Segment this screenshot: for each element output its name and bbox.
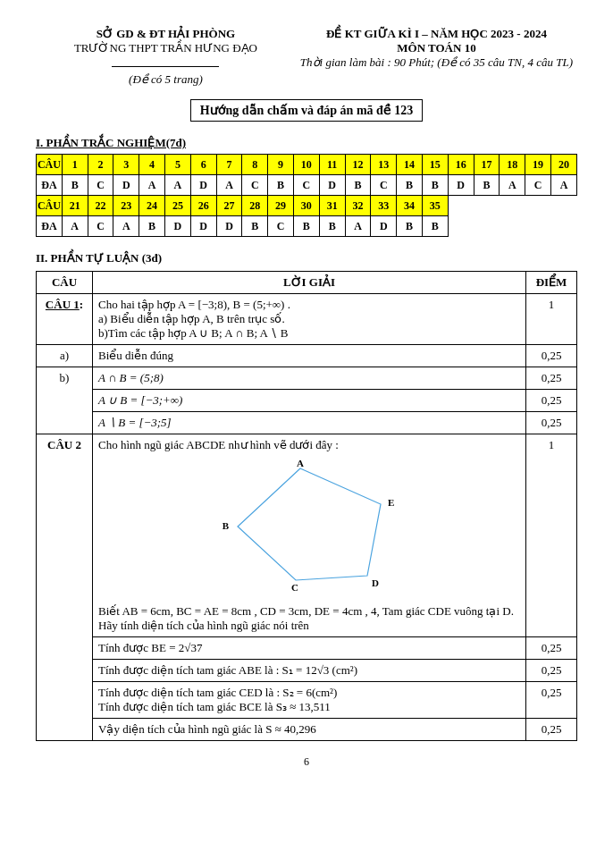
q2-label: CÂU 2 <box>37 434 93 741</box>
mcq-table: CÂU 1 2 3 4 5 6 7 8 9 10 11 12 13 14 15 … <box>36 154 577 237</box>
q1-label: CÂU 1 <box>46 298 80 311</box>
q1-row-b2: A ∪ B = [−3;+∞) 0,25 <box>37 390 577 412</box>
department: SỞ GD & ĐT HẢI PHÒNG <box>36 27 296 41</box>
mcq-header-row-2: CÂU 21 22 23 24 25 26 27 28 29 30 31 32 … <box>37 196 577 216</box>
svg-text:B: B <box>223 520 230 531</box>
mcq-answer-row-2: ĐA A C A B D D D B C B B A D B B <box>37 216 577 237</box>
q1-row-b3: A ∖ B = [−3;5] 0,25 <box>37 412 577 434</box>
page-number: 6 <box>36 755 577 769</box>
main-title-box: Hướng dẫn chấm và đáp án mã đề 123 <box>36 99 577 122</box>
svg-text:C: C <box>291 582 298 593</box>
pentagon-figure: A E D C B <box>98 452 520 604</box>
exam-title: ĐỀ KT GIỮA KÌ I – NĂM HỌC 2023 - 2024 <box>296 27 577 41</box>
subject: MÔN TOÁN 10 <box>296 41 577 55</box>
q2-row-3: Tính được diện tích tam giác CED là : S₂… <box>37 682 577 719</box>
svg-text:A: A <box>297 459 304 468</box>
school: TRƯỜNG THPT TRẦN HƯNG ĐẠO <box>36 41 296 55</box>
mcq-answer-row-1: ĐA B C D A A D A C B C D B C B B D B A C… <box>37 175 577 196</box>
header-left: SỞ GD & ĐT HẢI PHÒNG TRƯỜNG THPT TRẦN HƯ… <box>36 27 296 87</box>
mcq-header-row-1: CÂU 1 2 3 4 5 6 7 8 9 10 11 12 13 14 15 … <box>37 155 577 175</box>
svg-text:E: E <box>388 497 394 508</box>
q2-row-3-text: Tính được diện tích tam giác CED là : S₂… <box>93 682 526 719</box>
blank-line <box>112 55 219 67</box>
q2-intro-row: CÂU 2 Cho hình ngũ giác ABCDE như hình v… <box>37 434 577 637</box>
q1-row-b1: b) A ∩ B = (5;8) 0,25 <box>37 367 577 390</box>
q1-row-a: a) Biểu diễn đúng 0,25 <box>37 345 577 367</box>
page-count: (Đề có 5 trang) <box>36 72 296 87</box>
duration: Thời gian làm bài : 90 Phút; (Đề có 35 c… <box>296 55 577 70</box>
solution-header-row: CÂU LỜI GIẢI ĐIỂM <box>37 272 577 294</box>
q2-row-4: Vậy diện tích của hình ngũ giác là S ≈ 4… <box>37 719 577 741</box>
section2-title: II. PHẦN TỰ LUẬN (3đ) <box>36 251 577 265</box>
document-header: SỞ GD & ĐT HẢI PHÒNG TRƯỜNG THPT TRẦN HƯ… <box>36 27 577 87</box>
mcq-label-cau: CÂU <box>37 155 63 175</box>
main-title: Hướng dẫn chấm và đáp án mã đề 123 <box>190 99 424 122</box>
svg-marker-0 <box>238 468 381 580</box>
svg-text:D: D <box>372 577 379 588</box>
q2-intro: Cho hình ngũ giác ABCDE như hình vẽ dưới… <box>93 434 526 637</box>
q1-intro-row: CÂU 1: Cho hai tập hợp A = [−3;8), B = (… <box>37 294 577 345</box>
header-right: ĐỀ KT GIỮA KÌ I – NĂM HỌC 2023 - 2024 MÔ… <box>296 27 577 87</box>
section1-title: I. PHẦN TRẮC NGHIỆM(7đ) <box>36 136 577 150</box>
q2-row-1: Tính được BE = 2√37 0,25 <box>37 637 577 660</box>
q1-intro: Cho hai tập hợp A = [−3;8), B = (5;+∞) .… <box>93 294 526 345</box>
q2-row-2: Tính được diện tích tam giác ABE là : S₁… <box>37 660 577 682</box>
solution-table: CÂU LỜI GIẢI ĐIỂM CÂU 1: Cho hai tập hợp… <box>36 271 577 741</box>
